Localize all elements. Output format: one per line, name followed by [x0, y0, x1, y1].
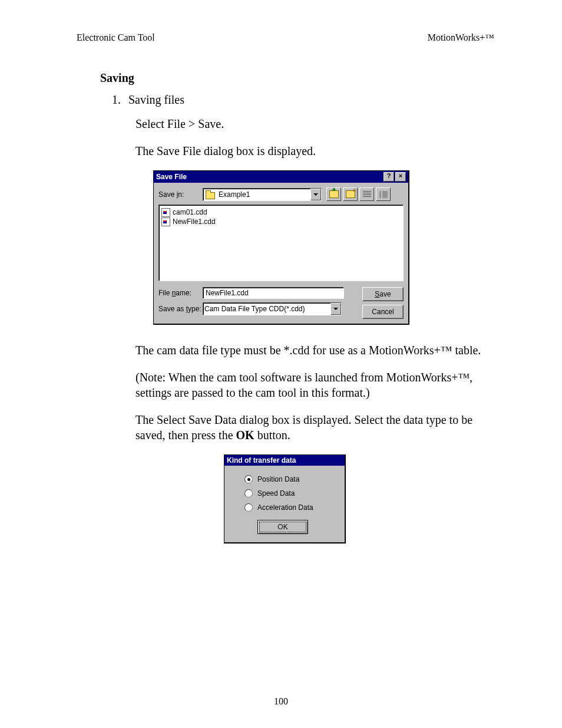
paragraph: The Save File dialog box is displayed.: [135, 143, 494, 159]
radio-icon: [244, 489, 253, 498]
radio-option[interactable]: Position Data: [244, 475, 333, 483]
radio-icon: [244, 475, 253, 483]
dropdown-icon[interactable]: [330, 303, 341, 315]
dialog-title: Save File: [156, 173, 187, 181]
file-name-value: NewFile1.cdd: [206, 289, 249, 297]
up-folder-icon: [329, 190, 339, 198]
header-right: MotionWorks+™: [428, 32, 494, 43]
kind-of-transfer-dialog: Kind of transfer data Position Data Spee…: [224, 454, 346, 543]
paragraph: The cam data file type must be *.cdd for…: [135, 342, 494, 358]
new-folder-icon: [346, 190, 355, 198]
header-left: Electronic Cam Tool: [77, 32, 155, 43]
section-heading: Saving: [100, 71, 494, 85]
save-in-value: Example1: [217, 190, 310, 199]
list-text: Saving files: [128, 93, 184, 106]
save-in-combo[interactable]: Example1: [203, 188, 322, 201]
save-button[interactable]: Save: [362, 287, 404, 301]
page-number: 100: [0, 696, 562, 707]
save-as-type-label: Save as type:: [158, 305, 203, 313]
list-view-button[interactable]: [359, 187, 374, 201]
list-item: 1.Saving files: [112, 93, 494, 107]
list-number: 1.: [112, 93, 128, 107]
details-icon: [379, 191, 388, 198]
file-item[interactable]: NewFile1.cdd: [161, 217, 401, 226]
save-file-dialog: Save File ? × Save in: Example1: [153, 170, 409, 325]
save-as-type-combo[interactable]: Cam Data File Type CDD(*.cdd): [203, 302, 342, 315]
paragraph: The Select Save Data dialog box is displ…: [135, 412, 494, 443]
document-icon: [161, 208, 170, 217]
radio-label: Acceleration Data: [257, 503, 313, 512]
folder-icon: [206, 190, 215, 198]
save-as-type-value: Cam Data File Type CDD(*.cdd): [203, 305, 330, 313]
radio-label: Speed Data: [257, 489, 295, 498]
dialog-titlebar: Save File ? ×: [154, 171, 408, 183]
file-name: cam01.cdd: [173, 208, 207, 216]
list-icon: [363, 191, 371, 198]
cancel-button[interactable]: Cancel: [362, 305, 404, 319]
paragraph: Select File > Save.: [135, 116, 494, 131]
close-button[interactable]: ×: [395, 172, 406, 182]
document-icon: [161, 218, 170, 226]
radio-icon: [244, 503, 253, 512]
dialog-titlebar: Kind of transfer data: [224, 455, 345, 466]
radio-option[interactable]: Speed Data: [244, 489, 333, 498]
paragraph: (Note: When the cam tool software is lau…: [135, 370, 494, 400]
file-list[interactable]: cam01.cdd NewFile1.cdd: [158, 205, 404, 281]
file-name: NewFile1.cdd: [173, 218, 216, 226]
radio-option[interactable]: Acceleration Data: [244, 503, 333, 512]
new-folder-button[interactable]: [343, 187, 358, 201]
radio-label: Position Data: [257, 475, 299, 483]
file-name-label: File name:: [158, 289, 203, 297]
dialog-title: Kind of transfer data: [227, 456, 296, 465]
file-item[interactable]: cam01.cdd: [161, 207, 401, 217]
ok-button[interactable]: OK: [257, 520, 308, 534]
dropdown-icon[interactable]: [310, 189, 321, 200]
file-name-input[interactable]: NewFile1.cdd: [203, 287, 344, 299]
save-in-label: Save in:: [158, 190, 203, 199]
up-one-level-button[interactable]: [326, 187, 341, 201]
details-view-button[interactable]: [376, 187, 391, 201]
help-button[interactable]: ?: [384, 172, 394, 182]
